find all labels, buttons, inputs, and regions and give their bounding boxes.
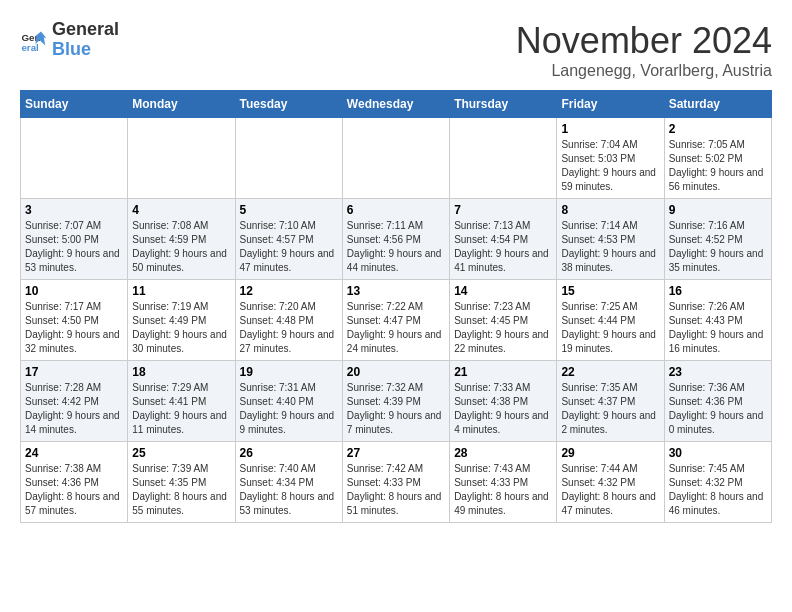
calendar-cell: 20Sunrise: 7:32 AM Sunset: 4:39 PM Dayli… xyxy=(342,361,449,442)
calendar-cell: 25Sunrise: 7:39 AM Sunset: 4:35 PM Dayli… xyxy=(128,442,235,523)
calendar-cell: 19Sunrise: 7:31 AM Sunset: 4:40 PM Dayli… xyxy=(235,361,342,442)
day-number: 1 xyxy=(561,122,659,136)
day-info: Sunrise: 7:39 AM Sunset: 4:35 PM Dayligh… xyxy=(132,462,230,518)
calendar-cell: 16Sunrise: 7:26 AM Sunset: 4:43 PM Dayli… xyxy=(664,280,771,361)
calendar-cell: 1Sunrise: 7:04 AM Sunset: 5:03 PM Daylig… xyxy=(557,118,664,199)
day-info: Sunrise: 7:16 AM Sunset: 4:52 PM Dayligh… xyxy=(669,219,767,275)
calendar-cell: 29Sunrise: 7:44 AM Sunset: 4:32 PM Dayli… xyxy=(557,442,664,523)
day-number: 4 xyxy=(132,203,230,217)
calendar-cell: 17Sunrise: 7:28 AM Sunset: 4:42 PM Dayli… xyxy=(21,361,128,442)
weekday-header-tuesday: Tuesday xyxy=(235,91,342,118)
day-info: Sunrise: 7:10 AM Sunset: 4:57 PM Dayligh… xyxy=(240,219,338,275)
day-number: 15 xyxy=(561,284,659,298)
calendar-cell xyxy=(235,118,342,199)
calendar-week-row: 1Sunrise: 7:04 AM Sunset: 5:03 PM Daylig… xyxy=(21,118,772,199)
day-number: 17 xyxy=(25,365,123,379)
calendar-cell xyxy=(21,118,128,199)
day-number: 7 xyxy=(454,203,552,217)
calendar-cell xyxy=(450,118,557,199)
calendar-week-row: 3Sunrise: 7:07 AM Sunset: 5:00 PM Daylig… xyxy=(21,199,772,280)
logo-icon: Gen eral xyxy=(20,26,48,54)
day-number: 16 xyxy=(669,284,767,298)
calendar-cell: 14Sunrise: 7:23 AM Sunset: 4:45 PM Dayli… xyxy=(450,280,557,361)
calendar-cell: 8Sunrise: 7:14 AM Sunset: 4:53 PM Daylig… xyxy=(557,199,664,280)
day-info: Sunrise: 7:35 AM Sunset: 4:37 PM Dayligh… xyxy=(561,381,659,437)
calendar-cell: 22Sunrise: 7:35 AM Sunset: 4:37 PM Dayli… xyxy=(557,361,664,442)
day-number: 27 xyxy=(347,446,445,460)
svg-text:eral: eral xyxy=(21,42,39,53)
calendar-cell: 11Sunrise: 7:19 AM Sunset: 4:49 PM Dayli… xyxy=(128,280,235,361)
day-info: Sunrise: 7:45 AM Sunset: 4:32 PM Dayligh… xyxy=(669,462,767,518)
day-info: Sunrise: 7:31 AM Sunset: 4:40 PM Dayligh… xyxy=(240,381,338,437)
calendar-cell: 27Sunrise: 7:42 AM Sunset: 4:33 PM Dayli… xyxy=(342,442,449,523)
calendar-week-row: 24Sunrise: 7:38 AM Sunset: 4:36 PM Dayli… xyxy=(21,442,772,523)
header: Gen eral General Blue November 2024 Lang… xyxy=(20,20,772,80)
day-number: 30 xyxy=(669,446,767,460)
weekday-header-sunday: Sunday xyxy=(21,91,128,118)
weekday-header-monday: Monday xyxy=(128,91,235,118)
day-info: Sunrise: 7:40 AM Sunset: 4:34 PM Dayligh… xyxy=(240,462,338,518)
day-number: 8 xyxy=(561,203,659,217)
day-info: Sunrise: 7:25 AM Sunset: 4:44 PM Dayligh… xyxy=(561,300,659,356)
day-info: Sunrise: 7:29 AM Sunset: 4:41 PM Dayligh… xyxy=(132,381,230,437)
day-number: 20 xyxy=(347,365,445,379)
day-number: 23 xyxy=(669,365,767,379)
day-number: 6 xyxy=(347,203,445,217)
day-number: 19 xyxy=(240,365,338,379)
logo: Gen eral General Blue xyxy=(20,20,119,60)
calendar-cell: 6Sunrise: 7:11 AM Sunset: 4:56 PM Daylig… xyxy=(342,199,449,280)
day-number: 14 xyxy=(454,284,552,298)
day-number: 22 xyxy=(561,365,659,379)
day-number: 28 xyxy=(454,446,552,460)
calendar-cell: 24Sunrise: 7:38 AM Sunset: 4:36 PM Dayli… xyxy=(21,442,128,523)
weekday-header-thursday: Thursday xyxy=(450,91,557,118)
calendar-cell xyxy=(128,118,235,199)
day-info: Sunrise: 7:36 AM Sunset: 4:36 PM Dayligh… xyxy=(669,381,767,437)
calendar-cell: 21Sunrise: 7:33 AM Sunset: 4:38 PM Dayli… xyxy=(450,361,557,442)
day-number: 11 xyxy=(132,284,230,298)
calendar-cell: 4Sunrise: 7:08 AM Sunset: 4:59 PM Daylig… xyxy=(128,199,235,280)
day-info: Sunrise: 7:22 AM Sunset: 4:47 PM Dayligh… xyxy=(347,300,445,356)
day-number: 5 xyxy=(240,203,338,217)
title-area: November 2024 Langenegg, Vorarlberg, Aus… xyxy=(516,20,772,80)
calendar-cell: 2Sunrise: 7:05 AM Sunset: 5:02 PM Daylig… xyxy=(664,118,771,199)
calendar-cell xyxy=(342,118,449,199)
calendar-cell: 18Sunrise: 7:29 AM Sunset: 4:41 PM Dayli… xyxy=(128,361,235,442)
day-number: 18 xyxy=(132,365,230,379)
calendar-table: SundayMondayTuesdayWednesdayThursdayFrid… xyxy=(20,90,772,523)
calendar-cell: 30Sunrise: 7:45 AM Sunset: 4:32 PM Dayli… xyxy=(664,442,771,523)
day-info: Sunrise: 7:28 AM Sunset: 4:42 PM Dayligh… xyxy=(25,381,123,437)
day-info: Sunrise: 7:05 AM Sunset: 5:02 PM Dayligh… xyxy=(669,138,767,194)
calendar-cell: 10Sunrise: 7:17 AM Sunset: 4:50 PM Dayli… xyxy=(21,280,128,361)
calendar-cell: 28Sunrise: 7:43 AM Sunset: 4:33 PM Dayli… xyxy=(450,442,557,523)
calendar-week-row: 17Sunrise: 7:28 AM Sunset: 4:42 PM Dayli… xyxy=(21,361,772,442)
day-number: 10 xyxy=(25,284,123,298)
day-info: Sunrise: 7:11 AM Sunset: 4:56 PM Dayligh… xyxy=(347,219,445,275)
day-info: Sunrise: 7:44 AM Sunset: 4:32 PM Dayligh… xyxy=(561,462,659,518)
day-info: Sunrise: 7:23 AM Sunset: 4:45 PM Dayligh… xyxy=(454,300,552,356)
day-info: Sunrise: 7:17 AM Sunset: 4:50 PM Dayligh… xyxy=(25,300,123,356)
day-number: 2 xyxy=(669,122,767,136)
calendar-cell: 7Sunrise: 7:13 AM Sunset: 4:54 PM Daylig… xyxy=(450,199,557,280)
day-info: Sunrise: 7:20 AM Sunset: 4:48 PM Dayligh… xyxy=(240,300,338,356)
day-number: 3 xyxy=(25,203,123,217)
weekday-header-friday: Friday xyxy=(557,91,664,118)
day-info: Sunrise: 7:14 AM Sunset: 4:53 PM Dayligh… xyxy=(561,219,659,275)
day-info: Sunrise: 7:19 AM Sunset: 4:49 PM Dayligh… xyxy=(132,300,230,356)
day-number: 21 xyxy=(454,365,552,379)
day-number: 13 xyxy=(347,284,445,298)
day-number: 12 xyxy=(240,284,338,298)
weekday-header-row: SundayMondayTuesdayWednesdayThursdayFrid… xyxy=(21,91,772,118)
day-number: 25 xyxy=(132,446,230,460)
day-number: 9 xyxy=(669,203,767,217)
calendar-cell: 5Sunrise: 7:10 AM Sunset: 4:57 PM Daylig… xyxy=(235,199,342,280)
day-info: Sunrise: 7:33 AM Sunset: 4:38 PM Dayligh… xyxy=(454,381,552,437)
day-number: 24 xyxy=(25,446,123,460)
day-info: Sunrise: 7:32 AM Sunset: 4:39 PM Dayligh… xyxy=(347,381,445,437)
day-info: Sunrise: 7:26 AM Sunset: 4:43 PM Dayligh… xyxy=(669,300,767,356)
day-info: Sunrise: 7:07 AM Sunset: 5:00 PM Dayligh… xyxy=(25,219,123,275)
day-info: Sunrise: 7:42 AM Sunset: 4:33 PM Dayligh… xyxy=(347,462,445,518)
logo-text: General Blue xyxy=(52,20,119,60)
weekday-header-saturday: Saturday xyxy=(664,91,771,118)
calendar-cell: 3Sunrise: 7:07 AM Sunset: 5:00 PM Daylig… xyxy=(21,199,128,280)
